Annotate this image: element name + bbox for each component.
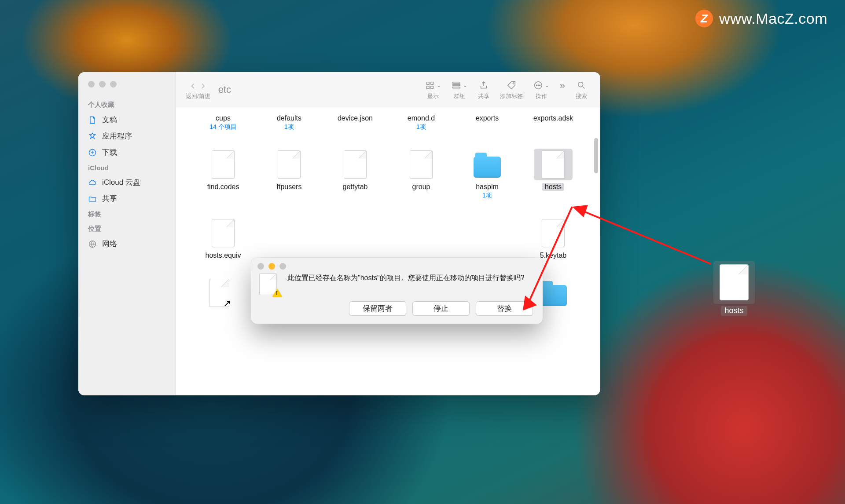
file-item-gap (256, 217, 322, 259)
tool-tags[interactable]: 添加标签 (500, 79, 523, 100)
svg-rect-6 (453, 82, 460, 83)
svg-rect-5 (431, 86, 434, 88)
file-item-gap (322, 217, 388, 259)
file-meta: 1项 (416, 123, 426, 131)
file-item-exports[interactable]: exports (454, 112, 520, 131)
vertical-scrollbar[interactable] (594, 138, 598, 173)
file-item-find-codes[interactable]: find.codes (190, 149, 256, 200)
replace-button[interactable]: 替换 (476, 301, 533, 316)
svg-point-10 (535, 81, 542, 89)
file-icon (344, 150, 367, 179)
file-icon (720, 264, 749, 300)
file-name: emond.d (408, 114, 435, 122)
close-dot[interactable] (257, 263, 264, 270)
file-icon (278, 150, 301, 179)
nav-label: 返回/前进 (186, 92, 210, 100)
file-meta: 1项 (482, 192, 492, 200)
tool-share[interactable]: 共享 (478, 79, 489, 100)
replace-dialog: 此位置已经存在名称为"hosts"的项目。您要使用正在移动的项目进行替换吗? 保… (251, 258, 543, 324)
file-item-group[interactable]: group (388, 149, 454, 200)
back-icon[interactable]: ‹ (191, 79, 195, 91)
file-item-hosts-equiv[interactable]: hosts.equiv (190, 217, 256, 259)
file-item-device-json[interactable]: device.json (322, 112, 388, 131)
svg-rect-8 (453, 87, 460, 88)
tool-search[interactable]: 搜索 (576, 79, 587, 100)
minimize-dot[interactable] (268, 263, 275, 270)
dialog-icon (259, 273, 281, 295)
group-icon (452, 80, 461, 90)
file-icon (212, 150, 235, 179)
file-name: 5.keytab (540, 252, 566, 259)
file-name: hosts (721, 306, 747, 316)
sidebar-head-locations: 位置 (78, 221, 176, 236)
sidebar-item-label: 应用程序 (102, 131, 132, 141)
sidebar-item-downloads[interactable]: 下载 (78, 144, 176, 161)
window-controls[interactable] (78, 75, 176, 97)
sidebar-item-shared[interactable]: 共享 (78, 190, 176, 207)
file-icon (212, 219, 235, 247)
file-item-ftpusers[interactable]: ftpusers (256, 149, 322, 200)
close-dot[interactable] (88, 81, 95, 88)
tool-label: 添加标签 (500, 92, 523, 100)
file-item-keytab[interactable]: 5.keytab (520, 217, 586, 259)
cloud-icon (88, 178, 97, 187)
sidebar-item-applications[interactable]: 应用程序 (78, 128, 176, 144)
stop-button[interactable]: 停止 (412, 301, 470, 316)
file-name: gettytab (343, 183, 368, 191)
finder-window: 个人收藏 文稿 应用程序 下载 iCloud iCloud 云盘 共享 标签 位… (78, 72, 600, 395)
sidebar-item-network[interactable]: 网络 (78, 236, 176, 252)
globe-icon (88, 240, 97, 248)
file-meta: 1项 (284, 123, 294, 131)
svg-point-9 (513, 83, 514, 84)
tool-group-by[interactable]: ⌄ 群组 (452, 79, 467, 100)
file-item-hasplm[interactable]: hasplm1项 (454, 149, 520, 200)
svg-rect-4 (426, 86, 429, 88)
zoom-dot[interactable] (279, 263, 286, 270)
keep-both-button[interactable]: 保留两者 (349, 301, 406, 316)
sidebar-item-documents[interactable]: 文稿 (78, 112, 176, 128)
sidebar-item-icloud-drive[interactable]: iCloud 云盘 (78, 174, 176, 190)
minimize-dot[interactable] (99, 81, 106, 88)
sidebar-item-label: 下载 (102, 147, 117, 157)
file-name: exports (476, 114, 499, 122)
file-item-emond-d[interactable]: emond.d1项 (388, 112, 454, 131)
tool-overflow[interactable]: » (560, 80, 565, 99)
warning-icon (272, 289, 282, 297)
file-item-gap (454, 217, 520, 259)
file-meta: 14 个项目 (209, 123, 236, 131)
file-grid-wrap: cups14 个项目 defaults1项 device.json emond.… (176, 107, 600, 395)
zoom-dot[interactable] (110, 81, 117, 88)
file-item-hosts[interactable]: hosts (520, 149, 586, 200)
chevron-double-icon: » (560, 80, 565, 91)
file-name: hosts.equiv (206, 252, 241, 259)
dialog-message: 此位置已经存在名称为"hosts"的项目。您要使用正在移动的项目进行替换吗? (287, 273, 525, 295)
svg-point-12 (538, 85, 539, 86)
tool-view[interactable]: ⌄ 显示 (425, 79, 441, 100)
nav-back-forward[interactable]: ‹› 返回/前进 (186, 79, 210, 100)
file-item-defaults[interactable]: defaults1项 (256, 112, 322, 131)
sidebar-head-tags: 标签 (78, 207, 176, 221)
file-name: group (412, 183, 430, 191)
file-item-cups[interactable]: cups14 个项目 (190, 112, 256, 131)
file-item-gettytab[interactable]: gettytab (322, 149, 388, 200)
desktop-file-hosts[interactable]: hosts (713, 261, 755, 316)
watermark: Z www.MacZ.com (695, 10, 827, 27)
file-item-exports-adsk[interactable]: exports.adsk (520, 112, 586, 131)
forward-icon[interactable]: › (201, 79, 205, 91)
file-name: device.json (338, 114, 373, 122)
dialog-window-controls[interactable] (251, 258, 543, 271)
tool-label: 搜索 (576, 92, 587, 100)
window-title: etc (218, 84, 231, 95)
watermark-text: www.MacZ.com (719, 10, 827, 27)
svg-rect-7 (453, 84, 460, 86)
tool-action[interactable]: ⌄ 操作 (533, 79, 549, 100)
tool-label: 共享 (478, 92, 489, 100)
watermark-badge: Z (695, 10, 713, 27)
svg-point-14 (578, 82, 583, 87)
tool-label: 显示 (427, 92, 439, 100)
share-icon (479, 80, 489, 90)
svg-point-11 (536, 85, 537, 86)
folder-icon (474, 157, 501, 178)
sidebar-item-label: 共享 (102, 194, 117, 204)
file-item-alias[interactable]: ↗ (190, 277, 256, 311)
